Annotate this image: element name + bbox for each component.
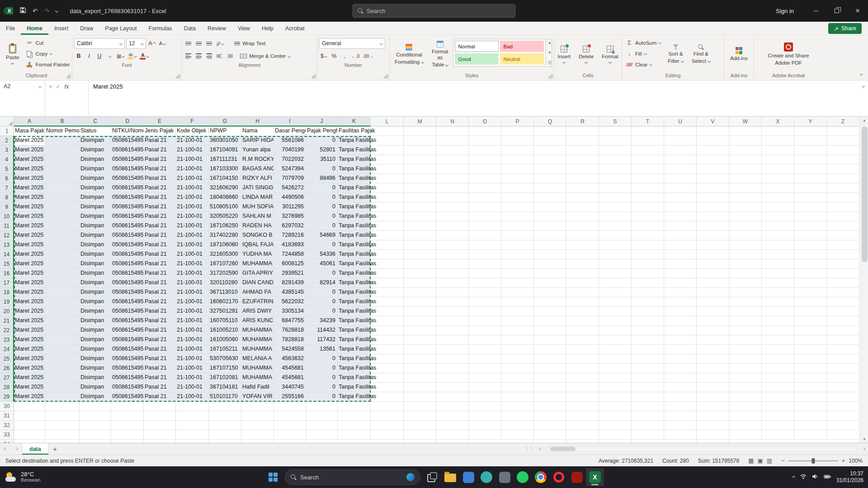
orientation-button[interactable]: ab: [215, 38, 225, 48]
cell-R14[interactable]: [566, 250, 599, 259]
cell-K9[interactable]: Tanpa Fasilitas: [338, 202, 371, 212]
cell-Y18[interactable]: [794, 288, 827, 297]
row-header-15[interactable]: 15: [0, 259, 14, 269]
cell-T7[interactable]: [632, 183, 664, 193]
cell-T3[interactable]: [632, 145, 664, 155]
cell-S5[interactable]: [599, 164, 632, 174]
cell-W27[interactable]: [729, 373, 762, 383]
cell-S8[interactable]: [599, 193, 632, 202]
cell-T4[interactable]: [632, 155, 664, 164]
cell-Y7[interactable]: [794, 183, 827, 193]
cell-J33[interactable]: [306, 430, 338, 440]
cell-M15[interactable]: [404, 259, 436, 269]
cell-X8[interactable]: [762, 193, 794, 202]
cell-W8[interactable]: [729, 193, 762, 202]
cell-V28[interactable]: [697, 383, 729, 392]
cell-Z29[interactable]: [827, 392, 859, 402]
cell-I20[interactable]: 3305134: [274, 307, 306, 316]
cell-I25[interactable]: 4563632: [274, 354, 306, 364]
cell-J30[interactable]: [306, 402, 338, 411]
cell-M21[interactable]: [404, 316, 436, 326]
cell-D27[interactable]: 0508615495: [111, 373, 144, 383]
cell-K21[interactable]: Tanpa Fasilitas: [338, 316, 371, 326]
cell-B30[interactable]: [45, 402, 80, 411]
row-header-8[interactable]: 8: [0, 193, 14, 202]
cell-J28[interactable]: 0: [306, 383, 338, 392]
cell-O32[interactable]: [469, 421, 501, 430]
cell-Q2[interactable]: [534, 136, 566, 145]
cell-B16[interactable]: [45, 269, 80, 278]
row-header-34[interactable]: 34: [0, 440, 14, 443]
cell-T9[interactable]: [632, 202, 664, 212]
cell-C4[interactable]: Disimpan: [80, 155, 111, 164]
cell-K29[interactable]: Tanpa Fasilitas: [338, 392, 371, 402]
cell-N14[interactable]: [436, 250, 469, 259]
underline-options-chevron[interactable]: [105, 51, 114, 61]
cell-H24[interactable]: MUHAMMA: [241, 345, 274, 354]
cell-V6[interactable]: [697, 174, 729, 183]
cell-I18[interactable]: 4385145: [274, 288, 306, 297]
row-header-5[interactable]: 5: [0, 164, 14, 174]
cell-L34[interactable]: [371, 440, 404, 443]
cell-R33[interactable]: [566, 430, 599, 440]
row-header-13[interactable]: 13: [0, 240, 14, 250]
cell-I15[interactable]: 6008125: [274, 259, 306, 269]
tab-splitter-handle[interactable]: ⋮⋮: [524, 446, 533, 452]
cell-E6[interactable]: Pasal 21: [144, 174, 176, 183]
normal-view-button[interactable]: ▦: [748, 457, 754, 464]
cell-F27[interactable]: 21-100-01: [176, 373, 209, 383]
cell-F34[interactable]: [176, 440, 209, 443]
italic-button[interactable]: I: [85, 51, 94, 61]
cell-W23[interactable]: [729, 335, 762, 345]
cell-E21[interactable]: Pasal 21: [144, 316, 176, 326]
cell-H12[interactable]: SONGKO B: [241, 231, 274, 240]
cell-C33[interactable]: [80, 430, 111, 440]
cell-A29[interactable]: Maret 2025: [14, 392, 45, 402]
cell-D17[interactable]: 0508615495: [111, 278, 144, 288]
cell-D1[interactable]: NITKU/Nomor: [111, 127, 144, 136]
cell-Z15[interactable]: [827, 259, 859, 269]
cell-F19[interactable]: 21-100-01: [176, 297, 209, 307]
cell-G23[interactable]: 161005060: [209, 335, 241, 345]
cell-L33[interactable]: [371, 430, 404, 440]
cell-T21[interactable]: [632, 316, 664, 326]
cell-Z16[interactable]: [827, 269, 859, 278]
create-share-adobe-pdf-button[interactable]: Create and Share Adobe PDF: [765, 38, 812, 71]
cell-O17[interactable]: [469, 278, 501, 288]
cell-P17[interactable]: [501, 278, 534, 288]
cell-L30[interactable]: [371, 402, 404, 411]
cell-P1[interactable]: [501, 127, 534, 136]
cell-B26[interactable]: [45, 364, 80, 373]
cell-S15[interactable]: [599, 259, 632, 269]
cell-T30[interactable]: [632, 402, 664, 411]
cell-U22[interactable]: [664, 326, 697, 335]
column-header-F[interactable]: F: [176, 117, 209, 127]
cell-Y4[interactable]: [794, 155, 827, 164]
page-layout-view-button[interactable]: ▣: [758, 457, 763, 464]
cell-X24[interactable]: [762, 345, 794, 354]
cell-P16[interactable]: [501, 269, 534, 278]
cell-M4[interactable]: [404, 155, 436, 164]
cell-C29[interactable]: Disimpan: [80, 392, 111, 402]
cell-A34[interactable]: [14, 440, 45, 443]
cell-B9[interactable]: [45, 202, 80, 212]
cell-K23[interactable]: Tanpa Fasilitas: [338, 335, 371, 345]
cell-P7[interactable]: [501, 183, 534, 193]
cell-Q5[interactable]: [534, 164, 566, 174]
addins-button[interactable]: Add-ins: [727, 38, 751, 71]
cell-S16[interactable]: [599, 269, 632, 278]
cell-J24[interactable]: 13561: [306, 345, 338, 354]
cell-C5[interactable]: Disimpan: [80, 164, 111, 174]
cell-S4[interactable]: [599, 155, 632, 164]
cell-T26[interactable]: [632, 364, 664, 373]
cell-E34[interactable]: [144, 440, 176, 443]
cell-A31[interactable]: [14, 411, 45, 421]
cell-D23[interactable]: 0508615495: [111, 335, 144, 345]
cell-O22[interactable]: [469, 326, 501, 335]
cell-N31[interactable]: [436, 411, 469, 421]
cell-N8[interactable]: [436, 193, 469, 202]
cell-J19[interactable]: 0: [306, 297, 338, 307]
cell-C1[interactable]: Status: [80, 127, 111, 136]
cell-O19[interactable]: [469, 297, 501, 307]
cell-B20[interactable]: [45, 307, 80, 316]
